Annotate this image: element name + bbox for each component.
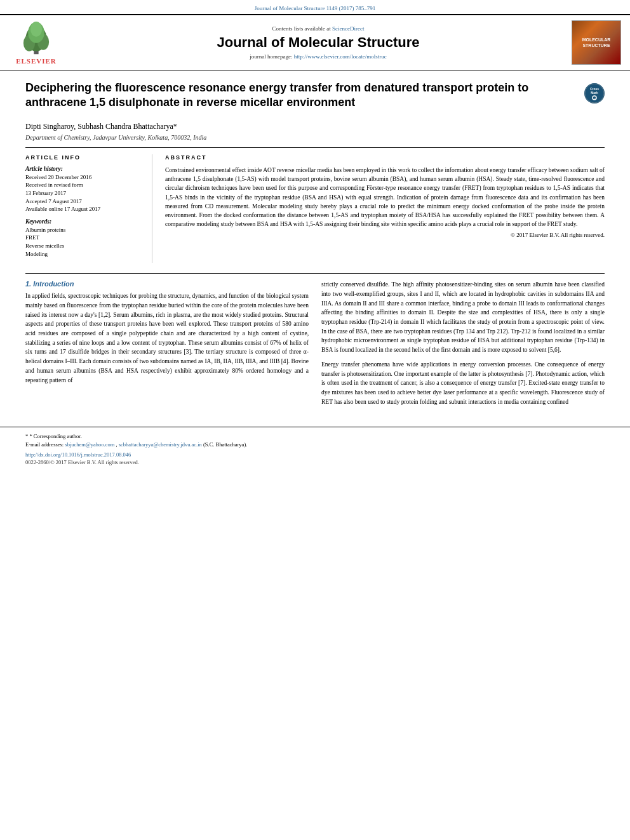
abstract-heading: ABSTRACT: [165, 154, 605, 161]
journal-reference: Journal of Molecular Structure 1149 (201…: [0, 0, 630, 14]
separator: [25, 273, 605, 274]
svg-text:✓: ✓: [594, 97, 596, 100]
received-date: Received 20 December 2016: [25, 173, 143, 182]
keyword-2: FRET: [25, 234, 143, 242]
affiliation: Department of Chemistry, Jadavpur Univer…: [25, 134, 605, 141]
body-content: 1. Introduction In applied fields, spect…: [25, 280, 605, 411]
sciencedirect-link[interactable]: ScienceDirect: [332, 25, 364, 32]
elsevier-logo: ELSEVIER: [8, 21, 65, 65]
journal-center-header: Contents lists available at ScienceDirec…: [71, 25, 565, 60]
abstract-text: Constrained environmental effect inside …: [165, 166, 605, 229]
issn-line: 0022-2860/© 2017 Elsevier B.V. All right…: [25, 459, 605, 465]
doi-link[interactable]: http://dx.doi.org/10.1016/j.molstruc.201…: [25, 451, 131, 458]
journal-title: Journal of Molecular Structure: [71, 34, 565, 51]
contents-line: Contents lists available at ScienceDirec…: [71, 25, 565, 32]
crossmark-logo[interactable]: Cross Mark ✓: [584, 83, 605, 103]
copyright: © 2017 Elsevier B.V. All rights reserved…: [165, 232, 605, 238]
article-title: Deciphering the fluorescence resonance e…: [25, 81, 584, 110]
keywords-list: Albumin proteins FRET Reverse micelles M…: [25, 226, 143, 258]
authors: Dipti Singharoy, Subhash Chandra Bhattac…: [25, 122, 605, 131]
article-info-abstract: ARTICLE INFO Article history: Received 2…: [25, 147, 605, 263]
keyword-4: Modeling: [25, 250, 143, 258]
title-section: Deciphering the fluorescence resonance e…: [25, 81, 605, 116]
accepted-date: Accepted 7 August 2017: [25, 197, 143, 206]
body-right-col: strictly conserved disulfide. The high a…: [321, 280, 605, 411]
homepage-line: journal homepage: http://www.elsevier.co…: [71, 53, 565, 60]
intro-title: 1. Introduction: [25, 280, 309, 288]
email-line: E-mail addresses: sbjuchem@yahoo.com , s…: [25, 441, 605, 449]
footer: * * Corresponding author. E-mail address…: [0, 427, 630, 470]
intro-para1: In applied fields, spectroscopic techniq…: [25, 291, 309, 385]
keyword-3: Reverse micelles: [25, 242, 143, 250]
intro-para2: strictly conserved disulfide. The high a…: [321, 280, 605, 355]
svg-text:Mark: Mark: [591, 91, 598, 95]
article-info-heading: ARTICLE INFO: [25, 154, 143, 161]
elsevier-tree-icon: [11, 21, 62, 56]
journal-header: ELSEVIER Contents lists available at Sci…: [0, 14, 630, 70]
keywords-label: Keywords:: [25, 218, 143, 225]
article-content: Deciphering the fluorescence resonance e…: [0, 70, 630, 422]
keywords-section: Keywords: Albumin proteins FRET Reverse …: [25, 218, 143, 258]
body-left-col: 1. Introduction In applied fields, spect…: [25, 280, 309, 411]
revised-label: Received in revised form: [25, 181, 143, 189]
corresponding-note: * * Corresponding author.: [25, 432, 605, 441]
elsevier-brand: ELSEVIER: [16, 57, 57, 65]
article-history: Article history: Received 20 December 20…: [25, 166, 143, 213]
doi-line: http://dx.doi.org/10.1016/j.molstruc.201…: [25, 451, 605, 458]
online-date: Available online 17 August 2017: [25, 205, 143, 213]
article-info-col: ARTICLE INFO Article history: Received 2…: [25, 154, 152, 263]
email2-link[interactable]: scbhattacharyya@chemistry.jdvu.ac.in: [119, 441, 202, 448]
molecular-structure-logo: MOLECULARSTRUCTURE: [572, 20, 621, 65]
intro-para3: Energy transfer phenomena have wide appl…: [321, 360, 605, 407]
svg-point-5: [30, 21, 42, 36]
homepage-url[interactable]: http://www.elsevier.com/locate/molstruc: [294, 53, 387, 60]
email1-link[interactable]: sbjuchem@yahoo.com: [65, 441, 114, 448]
crossmark-icon: Cross Mark ✓: [584, 83, 605, 103]
revised-date: 13 February 2017: [25, 189, 143, 197]
abstract-col: ABSTRACT Constrained environmental effec…: [165, 154, 605, 263]
keyword-1: Albumin proteins: [25, 226, 143, 234]
journal-logo-right: MOLECULARSTRUCTURE: [572, 20, 622, 65]
history-label: Article history:: [25, 166, 143, 172]
